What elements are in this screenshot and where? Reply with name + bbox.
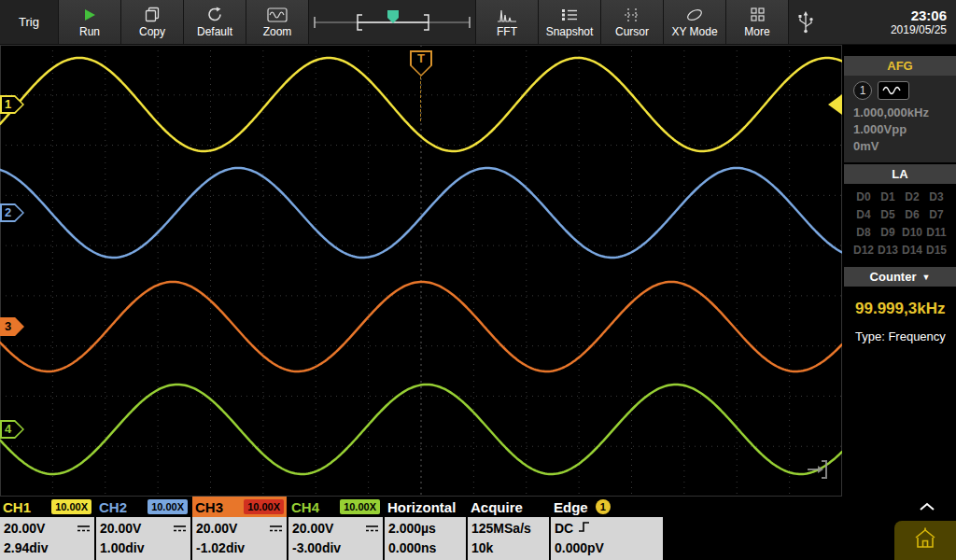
clock: 23:06 2019/05/25 [891, 0, 956, 44]
xy-lissajous-icon [684, 7, 705, 23]
expand-arrow-icon[interactable] [805, 457, 829, 485]
acquire-samplerate: 125MSa/s [471, 521, 531, 536]
la-channel-label: D5 [876, 206, 900, 224]
run-label: Run [79, 25, 100, 38]
counter-title: Counter [870, 270, 917, 284]
ch3-name: CH3 [195, 499, 223, 515]
right-sidebar: AFG 1 1.000,000kHz 1.000Vpp 0mV LA D0D1D… [844, 45, 956, 497]
ch4-position: -3.00div [292, 540, 341, 555]
waveform-trace-4 [0, 385, 842, 474]
horizontal-title: Horizontal [387, 499, 456, 515]
acquire-depth: 10k [471, 540, 493, 555]
afg-source-badge: 1 [853, 81, 872, 100]
home-button[interactable] [894, 521, 956, 560]
dc-coupling-icon [173, 521, 187, 536]
afg-frequency: 1.000,000kHz [844, 105, 956, 121]
ch1-name: CH1 [3, 499, 31, 515]
counter-header[interactable]: Counter ▼ [844, 267, 956, 287]
cursor-label: Cursor [615, 25, 649, 38]
horizontal-scale: 2.000µs [388, 521, 436, 536]
zoom-label: Zoom [263, 25, 292, 38]
dc-coupling-icon [77, 521, 91, 536]
sine-wave-icon [878, 81, 909, 100]
la-channel-label: D8 [851, 224, 876, 242]
trigger-marker-label: T [410, 50, 432, 66]
horizontal-position-widget[interactable] [309, 0, 476, 44]
la-row: D4D5D6D7 [851, 206, 949, 224]
waveform-trace-3 [0, 282, 842, 371]
counter-panel[interactable]: Counter ▼ 99.999,3kHz Type: Frequency [844, 267, 956, 343]
ch1-position: 2.94div [4, 540, 48, 555]
channel-marker-1-label: 1 [0, 95, 16, 114]
trigger-level: 0.000pV [555, 540, 604, 555]
trigger-source-badge: 1 [596, 499, 611, 514]
horizontal-status-block[interactable]: Horizontal 2.000µs 0.000ns [385, 497, 466, 560]
run-button[interactable]: Run [59, 0, 121, 44]
default-reset-icon [207, 7, 223, 23]
dc-coupling-icon [269, 521, 283, 536]
status-bar: CH1 10.00X 20.00V 2.94div CH2 10.00X 20.… [0, 497, 956, 560]
more-grid-icon [751, 7, 765, 23]
snapshot-button[interactable]: Snapshot [539, 0, 601, 44]
ch1-attenuation-badge: 10.00X [51, 499, 91, 514]
la-panel[interactable]: LA D0D1D2D3D4D5D6D7D8D9D10D11D12D13D14D1… [844, 164, 956, 265]
top-toolbar: Trig Run Copy Default [0, 0, 956, 45]
more-button[interactable]: More [726, 0, 789, 44]
trigger-coupling: DC [555, 521, 573, 536]
chevron-up-icon[interactable] [919, 498, 935, 515]
la-channel-label: D4 [851, 206, 876, 224]
usb-icon [789, 0, 822, 44]
ch4-status-block[interactable]: CH4 10.00X 20.00V -3.00div [288, 497, 383, 560]
ch1-scale: 20.00V [4, 521, 45, 536]
zoom-button[interactable]: Zoom [246, 0, 309, 44]
counter-value: 99.999,3kHz [844, 287, 956, 329]
fft-label: FFT [497, 25, 517, 38]
ch3-status-block[interactable]: CH3 10.00X 20.00V -1.02div [192, 497, 287, 560]
clock-date: 2019/05/25 [891, 23, 947, 36]
fft-button[interactable]: FFT [476, 0, 539, 44]
default-label: Default [197, 25, 232, 38]
trig-menu-button[interactable]: Trig [0, 0, 59, 44]
ch3-attenuation-badge: 10.00X [244, 499, 284, 514]
la-channel-label: D6 [900, 206, 924, 224]
la-channel-label: D10 [900, 224, 924, 242]
copy-icon [144, 7, 161, 23]
trigger-dash-line [420, 77, 421, 121]
la-channel-label: D11 [924, 224, 949, 242]
more-label: More [744, 25, 769, 38]
la-channel-label: D12 [851, 242, 876, 259]
afg-title: AFG [844, 56, 956, 76]
default-button[interactable]: Default [184, 0, 246, 44]
la-channel-label: D13 [876, 242, 900, 259]
xy-mode-button[interactable]: XY Mode [664, 0, 726, 44]
ch2-name: CH2 [99, 499, 127, 515]
ch4-attenuation-badge: 10.00X [340, 499, 380, 514]
la-title: LA [844, 164, 956, 184]
channel-marker-3-label: 3 [0, 317, 16, 336]
ch1-status-block[interactable]: CH1 10.00X 20.00V 2.94div [0, 497, 94, 560]
la-channel-label: D3 [924, 189, 949, 206]
trigger-status-block[interactable]: Edge 1 DC 0.000pV [551, 497, 663, 560]
fft-icon [497, 7, 517, 23]
oscilloscope-ui: Trig Run Copy Default [0, 0, 956, 560]
waveform-trace-2 [0, 168, 842, 258]
waveform-traces [0, 45, 842, 497]
rising-edge-icon [578, 520, 591, 537]
acquire-status-block[interactable]: Acquire 125MSa/s 10k [468, 497, 549, 560]
clock-time: 23:06 [891, 7, 947, 23]
run-icon [82, 7, 97, 23]
snapshot-label: Snapshot [546, 25, 594, 38]
ch3-position: -1.02div [196, 540, 245, 555]
counter-type: Type: Frequency [844, 329, 956, 343]
la-channel-label: D15 [924, 242, 949, 259]
ch3-scale: 20.00V [196, 521, 237, 536]
cursor-button[interactable]: Cursor [601, 0, 664, 44]
ch2-status-block[interactable]: CH2 10.00X 20.00V 1.00div [96, 497, 190, 560]
trigger-title: Edge [554, 499, 588, 515]
afg-panel[interactable]: AFG 1 1.000,000kHz 1.000Vpp 0mV [844, 56, 956, 162]
dc-coupling-icon [365, 521, 379, 536]
waveform-display[interactable]: T 1 2 3 4 [0, 45, 842, 497]
la-channel-label: D1 [876, 189, 900, 206]
snapshot-list-icon [561, 7, 578, 23]
copy-button[interactable]: Copy [121, 0, 184, 44]
